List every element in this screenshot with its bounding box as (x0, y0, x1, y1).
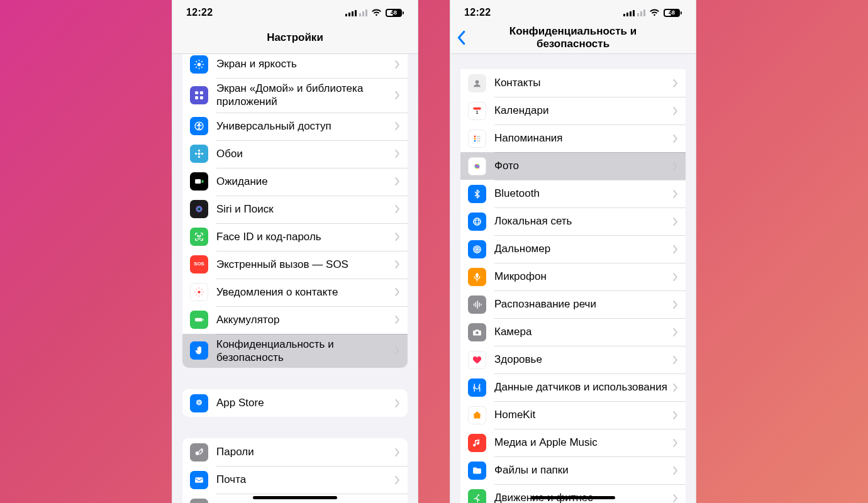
row-motion[interactable]: Движение и фитнес (460, 484, 686, 503)
health-icon (468, 351, 486, 369)
sun-icon (190, 55, 208, 74)
row-label: Экран «Домой» и библиотека приложений (216, 82, 391, 109)
row-passwords[interactable]: Пароли (182, 438, 408, 466)
chevron-right-icon (673, 190, 678, 198)
row-mail[interactable]: Почта (182, 466, 408, 494)
row-media[interactable]: Медиа и Apple Music (460, 429, 686, 456)
mail-icon (190, 471, 208, 489)
row-display[interactable]: Экран и яркость (182, 54, 408, 78)
svg-point-16 (198, 150, 201, 152)
row-home-screen[interactable]: Экран «Домой» и библиотека приложений (182, 78, 408, 113)
row-contacts[interactable]: Контакты (460, 69, 686, 97)
row-battery[interactable]: Аккумулятор (182, 306, 408, 334)
research-icon (468, 379, 486, 397)
svg-rect-40 (195, 477, 203, 483)
status-bar: 12:22 48 (450, 0, 696, 21)
cellular-icon (345, 9, 357, 16)
svg-text:1: 1 (476, 109, 479, 114)
svg-rect-44 (473, 107, 481, 109)
row-wallpaper[interactable]: Обои (182, 140, 408, 168)
sos-icon: SOS (190, 255, 208, 274)
row-label: Камера (494, 325, 669, 338)
homekit-icon (468, 406, 486, 424)
row-label: Контакты (216, 500, 391, 503)
row-label: Bluetooth (494, 187, 669, 200)
chevron-right-icon (673, 467, 678, 475)
row-privacy[interactable]: Конфиденциальность и безопасность (182, 334, 408, 368)
status-time: 12:22 (464, 7, 491, 18)
row-label: HomeKit (494, 408, 669, 421)
chevron-right-icon (673, 411, 678, 419)
svg-rect-9 (195, 91, 198, 94)
chevron-right-icon (673, 301, 678, 309)
row-camera[interactable]: Камера (460, 318, 686, 346)
row-label: Календари (494, 104, 669, 117)
chevron-right-icon (395, 476, 400, 484)
svg-rect-37 (195, 318, 202, 322)
row-accessibility[interactable]: Универсальный доступ (182, 113, 408, 140)
chevron-right-icon (395, 288, 400, 296)
row-nearby[interactable]: Дальномер (460, 235, 686, 263)
svg-rect-38 (203, 319, 203, 321)
row-label: Напоминания (494, 131, 669, 145)
row-label: Контакты (494, 76, 669, 89)
row-label: Дальномер (494, 242, 669, 255)
svg-point-28 (198, 290, 200, 293)
row-label: Siri и Поиск (216, 202, 391, 216)
row-mic[interactable]: Микрофон (460, 263, 686, 290)
nearby-icon (468, 240, 486, 258)
svg-point-60 (476, 218, 479, 224)
row-exposure[interactable]: Уведомления о контакте (182, 279, 408, 306)
battery-icon (190, 311, 208, 329)
chevron-right-icon (673, 273, 678, 281)
row-siri[interactable]: Siri и Поиск (182, 196, 408, 223)
chevron-right-icon (395, 177, 400, 185)
chevron-right-icon (673, 494, 678, 502)
svg-point-70 (476, 331, 479, 334)
row-label: Экран и яркость (216, 57, 391, 70)
chevron-right-icon (395, 205, 400, 213)
svg-rect-20 (195, 179, 201, 184)
row-files[interactable]: Файлы и папки (460, 456, 686, 484)
wifi-icon (649, 9, 660, 17)
home-indicator[interactable] (531, 496, 615, 499)
svg-point-17 (198, 156, 201, 158)
svg-point-0 (198, 62, 201, 66)
row-research[interactable]: Данные датчиков и использования (460, 373, 686, 401)
row-sos[interactable]: SOSЭкстренный вызов — SOS (182, 251, 408, 279)
folder-icon (468, 462, 486, 480)
row-label: Почта (216, 473, 391, 486)
row-label: Face ID и код-пароль (216, 230, 391, 243)
back-button[interactable] (455, 21, 467, 53)
row-bluetooth[interactable]: Bluetooth (460, 180, 686, 207)
key-icon (190, 443, 208, 462)
svg-point-39 (196, 451, 199, 455)
row-reminders[interactable]: Напоминания (460, 124, 686, 152)
home-indicator[interactable] (253, 496, 337, 499)
row-homekit[interactable]: HomeKit (460, 401, 686, 429)
chevron-right-icon (395, 448, 400, 456)
row-localnet[interactable]: Локальная сеть (460, 207, 686, 235)
siri-icon (190, 200, 208, 218)
chevron-right-icon (673, 439, 678, 447)
row-health[interactable]: Здоровье (460, 346, 686, 373)
flower-icon (190, 145, 208, 163)
svg-point-71 (477, 494, 479, 496)
chevron-right-icon (673, 79, 678, 87)
row-faceid[interactable]: Face ID и код-пароль (182, 223, 408, 251)
chevron-right-icon (395, 346, 400, 355)
row-label: Пароли (216, 445, 391, 458)
row-label: App Store (216, 396, 391, 409)
svg-point-18 (195, 153, 198, 155)
svg-line-5 (196, 61, 197, 62)
svg-point-46 (474, 135, 476, 137)
chevron-right-icon (395, 91, 400, 99)
row-standby[interactable]: Ожидание (182, 168, 408, 196)
row-speech[interactable]: Распознавание речи (460, 290, 686, 318)
row-appstore[interactable]: App Store (182, 389, 408, 417)
row-photos[interactable]: Фото (460, 152, 686, 180)
row-calendar[interactable]: 1Календари (460, 97, 686, 124)
settings-group: Контакты1КалендариНапоминанияФотоBluetoo… (460, 69, 686, 503)
chevron-right-icon (673, 162, 678, 170)
svg-point-59 (474, 220, 481, 223)
